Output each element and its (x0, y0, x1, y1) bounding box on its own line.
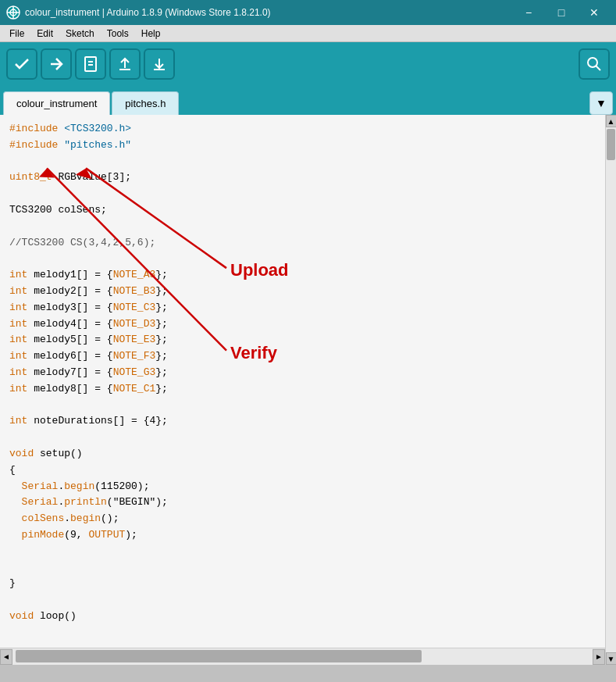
save-button[interactable] (144, 48, 175, 80)
scroll-up-arrow[interactable]: ▲ (606, 115, 617, 127)
menu-tools[interactable]: Tools (101, 27, 135, 41)
maximize-button[interactable]: □ (546, 2, 577, 23)
verify-button[interactable] (6, 48, 37, 80)
code-line (9, 186, 596, 202)
scroll-track-y[interactable] (606, 127, 616, 652)
tab-colour-instrument[interactable]: colour_instrument (3, 91, 110, 115)
toolbar (0, 42, 616, 85)
close-button[interactable]: ✕ (579, 2, 610, 23)
editor-container: #include <TCS3200.h>#include "pitches.h"… (0, 115, 616, 665)
title-bar: colour_instrument | Arduino 1.8.9 (Windo… (0, 0, 616, 25)
code-line: #include <TCS3200.h> (9, 121, 596, 137)
app-logo (6, 5, 20, 20)
scroll-right-arrow[interactable]: ► (593, 649, 605, 665)
menu-edit[interactable]: Edit (30, 27, 59, 41)
search-button[interactable] (579, 48, 610, 80)
horizontal-scrollbar[interactable]: ◄ ► (0, 648, 605, 665)
code-line: int melody2[] = {NOTE_B3}; (9, 284, 596, 300)
code-line: int noteDurations[] = {4}; (9, 413, 596, 430)
upload-button[interactable] (41, 48, 72, 80)
code-line: int melody8[] = {NOTE_C1}; (9, 381, 596, 398)
tab-pitches[interactable]: pitches.h (112, 91, 179, 115)
code-line: void loop() (9, 609, 596, 625)
scroll-track-x[interactable] (12, 648, 593, 665)
menu-help[interactable]: Help (135, 27, 167, 41)
code-line: TCS3200 colSens; (9, 202, 596, 219)
code-line (9, 154, 596, 170)
code-line (9, 219, 596, 235)
tab-dropdown-button[interactable]: ▼ (589, 91, 613, 115)
menu-file[interactable]: File (3, 27, 30, 41)
code-line (9, 398, 596, 414)
window-title: colour_instrument | Arduino 1.8.9 (Windo… (25, 7, 513, 18)
window-controls: − □ ✕ (513, 2, 610, 23)
code-line: } (9, 576, 596, 592)
code-line (9, 544, 596, 560)
code-line: colSens.begin(); (9, 511, 596, 527)
scroll-thumb-x[interactable] (16, 650, 422, 662)
code-editor[interactable]: #include <TCS3200.h>#include "pitches.h"… (0, 115, 605, 665)
open-button[interactable] (109, 48, 141, 80)
menu-sketch[interactable]: Sketch (59, 27, 101, 41)
code-line (9, 430, 596, 446)
code-line: int melody7[] = {NOTE_G3}; (9, 365, 596, 381)
code-line: int melody4[] = {NOTE_D3}; (9, 316, 596, 333)
code-line: //TCS3200 CS(3,4,2,5,6); (9, 235, 596, 252)
svg-point-10 (588, 58, 597, 67)
code-line (9, 560, 596, 577)
minimize-button[interactable]: − (513, 2, 544, 23)
code-line: #include "pitches.h" (9, 137, 596, 154)
code-line: int melody1[] = {NOTE_A3}; (9, 267, 596, 284)
code-line: void setup() (9, 446, 596, 462)
scroll-down-arrow[interactable]: ▼ (606, 652, 617, 665)
code-line (9, 592, 596, 609)
menu-bar: File Edit Sketch Tools Help (0, 25, 616, 42)
new-button[interactable] (75, 48, 106, 80)
code-line: { (9, 462, 596, 479)
tabs-bar: colour_instrument pitches.h ▼ (0, 85, 616, 115)
code-line: Serial.println("BEGIN"); (9, 495, 596, 511)
code-line (9, 251, 596, 267)
scroll-thumb-y[interactable] (607, 129, 615, 160)
code-line: int melody6[] = {NOTE_F3}; (9, 348, 596, 365)
code-line: pinMode(9, OUTPUT); (9, 527, 596, 544)
vertical-scrollbar[interactable]: ▲ ▼ (605, 115, 616, 665)
code-line: uint8_t RGBvalue[3]; (9, 170, 596, 186)
code-line: Serial.begin(115200); (9, 479, 596, 495)
scroll-left-arrow[interactable]: ◄ (0, 649, 12, 665)
code-line: int melody3[] = {NOTE_C3}; (9, 300, 596, 316)
svg-line-11 (596, 66, 601, 70)
code-line: int melody5[] = {NOTE_E3}; (9, 332, 596, 348)
